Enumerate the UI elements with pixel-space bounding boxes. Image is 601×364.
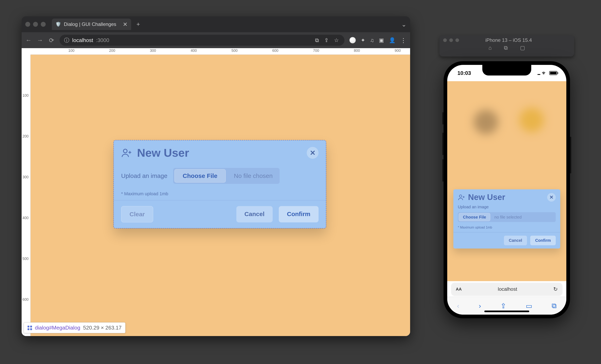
safari-back-button[interactable]: ‹ xyxy=(457,302,459,310)
simulator-screenshot-icon[interactable]: ⧉ xyxy=(504,45,508,51)
ruler-tick: 200 xyxy=(109,49,115,53)
phone-silence-switch[interactable] xyxy=(442,112,444,124)
safari-url-location: localhost xyxy=(462,286,553,292)
open-external-icon[interactable]: ⧉ xyxy=(314,37,320,43)
choose-file-button[interactable]: Choose File xyxy=(174,169,226,183)
safari-forward-button[interactable]: › xyxy=(479,302,481,310)
browser-toolbar: ← → ⟳ ⓘ localhost:3000 ⧉ ⇪ ☆ ✦ ♫ ▣ 👤 ⋮ xyxy=(22,32,410,48)
close-icon: ✕ xyxy=(310,149,315,157)
choose-file-button[interactable]: Choose File xyxy=(459,213,490,221)
text-size-icon[interactable]: AA xyxy=(456,287,462,292)
browser-tab[interactable]: 🛡️ Dialog | GUI Challenges ✕ xyxy=(52,19,131,30)
fullscreen-window-icon[interactable] xyxy=(41,22,46,27)
upload-hint: * Maximum upload 1mb xyxy=(114,188,326,196)
ruler-tick: 400 xyxy=(22,216,29,220)
file-picker: Choose File no file selected xyxy=(458,212,556,222)
browser-menu-icon[interactable]: ⋮ xyxy=(400,37,406,44)
safari-url-bar[interactable]: AA localhost ↻ xyxy=(451,283,562,295)
simulator-title: iPhone 13 – iOS 15.4 xyxy=(462,37,555,43)
wifi-icon: ᯤ xyxy=(542,70,547,76)
share-icon[interactable]: ⇪ xyxy=(323,37,330,43)
url-host: localhost xyxy=(72,37,93,43)
dialog-body: Upload an image Choose File No file chos… xyxy=(114,163,326,188)
svg-point-1 xyxy=(460,195,462,197)
clear-button[interactable]: Clear xyxy=(121,206,153,222)
simulator-rotate-icon[interactable]: ▢ xyxy=(520,45,525,51)
phone-volume-up-button[interactable] xyxy=(442,133,444,155)
close-window-icon[interactable] xyxy=(25,22,30,27)
ruler-tick: 400 xyxy=(191,49,197,53)
ruler-tick: 900 xyxy=(395,49,401,53)
simulator-traffic-lights[interactable] xyxy=(443,38,459,42)
ruler-tick: 200 xyxy=(22,134,29,139)
tab-favicon-icon: 🛡️ xyxy=(55,22,61,27)
confirm-button[interactable]: Confirm xyxy=(530,236,556,245)
back-button[interactable]: ← xyxy=(25,37,32,44)
reload-icon[interactable]: ↻ xyxy=(553,286,558,292)
devtools-element-badge[interactable]: dialog#MegaDialog 520.29 × 263.17 xyxy=(24,322,125,333)
simulator-home-icon[interactable]: ⌂ xyxy=(488,45,492,51)
media-icon[interactable]: ♫ xyxy=(370,37,374,43)
minimize-window-icon[interactable] xyxy=(33,22,38,27)
ruler-vertical: 100 200 300 400 500 600 xyxy=(22,55,30,336)
profile-avatar-icon[interactable]: 👤 xyxy=(389,37,395,43)
safari-share-button[interactable]: ⇪ xyxy=(501,302,506,310)
close-tab-icon[interactable]: ✕ xyxy=(123,21,128,28)
file-chosen-label: No file chosen xyxy=(227,168,280,184)
ruler-tick: 300 xyxy=(22,175,29,179)
window-traffic-lights[interactable] xyxy=(25,22,46,27)
tabs-dropdown-icon[interactable]: ⌄ xyxy=(401,21,406,28)
signal-icon: .... xyxy=(537,70,540,76)
new-user-dialog: New User ✕ Upload an image Choose File N… xyxy=(114,140,326,228)
ruler-tick: 100 xyxy=(68,49,74,53)
ruler-tick: 700 xyxy=(313,49,319,53)
status-time: 10:03 xyxy=(457,70,471,76)
site-info-icon[interactable]: ⓘ xyxy=(64,37,69,44)
phone-power-button[interactable] xyxy=(570,137,571,173)
dialog-footer: Clear Cancel Confirm xyxy=(114,200,326,228)
file-picker: Choose File No file chosen xyxy=(173,168,280,184)
url-port: :3000 xyxy=(96,37,109,43)
dialog-header: New User ✕ xyxy=(114,140,326,163)
bookmark-star-icon[interactable]: ☆ xyxy=(333,37,340,43)
chrome-browser-window: 🛡️ Dialog | GUI Challenges ✕ + ⌄ ← → ⟳ ⓘ… xyxy=(22,16,410,336)
cancel-button[interactable]: Cancel xyxy=(236,206,273,222)
simulator-titlebar: iPhone 13 – iOS 15.4 ⌂ ⧉ ▢ xyxy=(440,35,574,57)
forward-button[interactable]: → xyxy=(37,37,43,44)
url-bar[interactable]: ⓘ localhost:3000 ⧉ ⇪ ☆ xyxy=(60,35,344,46)
dialog-close-button[interactable]: ✕ xyxy=(307,147,319,159)
close-icon: ✕ xyxy=(549,194,553,200)
mobile-page-canvas: New User ✕ Upload an image Choose File n… xyxy=(447,81,566,281)
add-user-icon xyxy=(458,194,465,201)
page-viewport: 100 200 300 400 500 600 700 800 900 100 … xyxy=(22,48,410,336)
home-indicator[interactable] xyxy=(484,311,529,312)
page-canvas: New User ✕ Upload an image Choose File N… xyxy=(30,55,410,336)
svg-point-0 xyxy=(123,149,127,153)
phone-volume-down-button[interactable] xyxy=(442,159,444,182)
browser-tab-strip: 🛡️ Dialog | GUI Challenges ✕ + ⌄ xyxy=(22,16,410,32)
reload-button[interactable]: ⟳ xyxy=(48,37,55,44)
tab-title: Dialog | GUI Challenges xyxy=(64,21,116,27)
element-selector: dialog#MegaDialog xyxy=(35,325,80,331)
dialog-title: New User xyxy=(137,146,189,159)
element-dimensions: 520.29 × 263.17 xyxy=(83,325,122,331)
safari-tabs-button[interactable]: ⧉ xyxy=(552,302,557,310)
dialog-title: New User xyxy=(468,192,505,202)
ruler-tick: 600 xyxy=(22,297,29,302)
file-chosen-label: no file selected xyxy=(491,212,525,222)
confirm-button[interactable]: Confirm xyxy=(279,206,319,222)
extensions-icon[interactable]: ✦ xyxy=(361,37,365,43)
ruler-tick: 600 xyxy=(272,49,278,53)
devices-icon[interactable]: ▣ xyxy=(379,37,384,43)
extension-compass-icon[interactable] xyxy=(349,37,356,43)
phone-notch xyxy=(482,65,531,75)
safari-bookmarks-button[interactable]: ▭ xyxy=(526,302,532,310)
upload-label: Upload an image xyxy=(458,205,556,209)
ruler-tick: 800 xyxy=(354,49,360,53)
dialog-close-button[interactable]: ✕ xyxy=(547,193,556,202)
cancel-button[interactable]: Cancel xyxy=(504,236,527,245)
ruler-tick: 100 xyxy=(22,93,29,98)
upload-label: Upload an image xyxy=(121,172,167,179)
ruler-tick: 300 xyxy=(150,49,156,53)
new-tab-button[interactable]: + xyxy=(134,21,143,28)
